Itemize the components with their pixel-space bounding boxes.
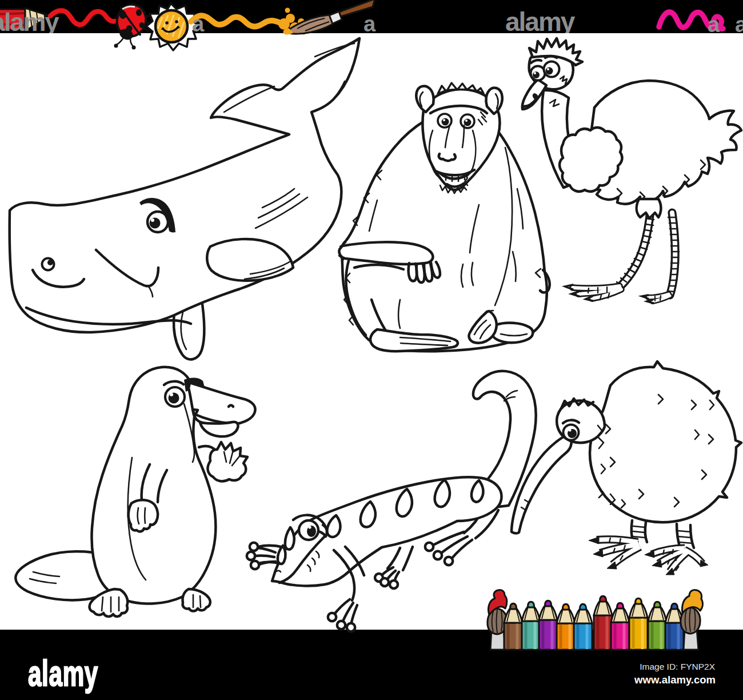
svg-text:a: a bbox=[708, 13, 720, 37]
svg-text:www.alamy.com: www.alamy.com bbox=[634, 674, 716, 686]
svg-text:alamy: alamy bbox=[28, 654, 98, 693]
svg-text:a: a bbox=[363, 12, 376, 36]
svg-text:a: a bbox=[735, 13, 743, 37]
svg-text:Image ID: FYNP2X: Image ID: FYNP2X bbox=[640, 662, 715, 671]
svg-text:alamy: alamy bbox=[505, 7, 576, 37]
svg-text:a: a bbox=[192, 12, 205, 36]
svg-text:alamy: alamy bbox=[0, 7, 59, 37]
